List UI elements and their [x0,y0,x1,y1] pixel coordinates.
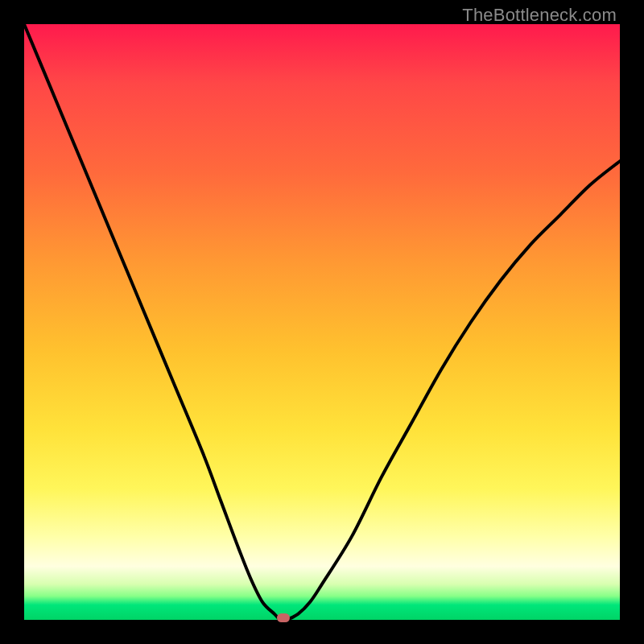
bottleneck-curve [24,24,620,620]
watermark-text: TheBottleneck.com [462,5,617,26]
plot-area [24,24,620,620]
chart-frame: TheBottleneck.com [0,0,644,644]
optimum-marker [277,613,290,622]
